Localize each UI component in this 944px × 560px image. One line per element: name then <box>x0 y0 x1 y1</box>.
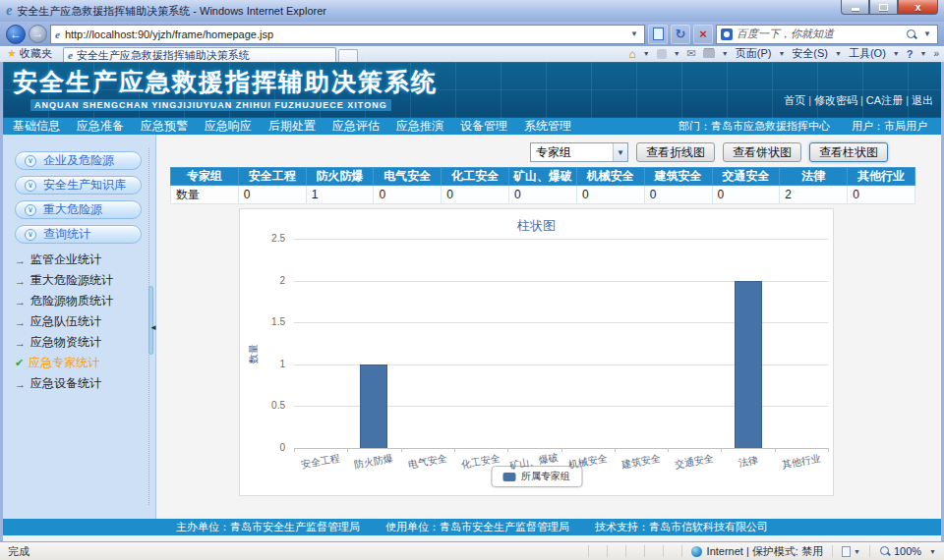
compatibility-view-button[interactable] <box>648 25 668 44</box>
bar-chart: 柱状图 数量 所属专家组 00.511.522.5安全工程防火防爆电气安全化工安… <box>239 208 834 496</box>
sidebar-item[interactable]: ✔应急专家统计 <box>3 353 155 373</box>
menu-item[interactable]: 基础信息 <box>13 118 60 135</box>
tools-menu-caret[interactable]: ▼ <box>893 50 900 57</box>
view-button[interactable]: 查看折线图 <box>636 142 715 162</box>
sidebar-group-label: 安全生产知识库 <box>43 177 126 194</box>
status-bar: 完成 Internet | 保护模式: 禁用 ▼ 100% ▼ <box>0 541 944 560</box>
feeds-dropdown-icon[interactable]: ▼ <box>674 50 680 57</box>
chart-controls: 专家组 ▼ 查看折线图查看饼状图查看柱状图 <box>156 135 941 162</box>
chart-title: 柱状图 <box>240 217 833 235</box>
footer-support: 技术支持：青岛市信软科技有限公司 <box>595 520 768 534</box>
zoom-dropdown-icon[interactable]: ▼ <box>929 548 936 555</box>
sidebar-group-button[interactable]: ∨查询统计 <box>15 225 142 244</box>
sidebar-scrollbar-thumb[interactable] <box>148 286 153 355</box>
menu-item[interactable]: 应急响应 <box>205 118 252 135</box>
expert-group-select[interactable]: 专家组 ▼ <box>530 142 628 162</box>
y-axis-tick-label: 1 <box>240 359 285 369</box>
tools-menu[interactable]: 工具(O) <box>849 46 886 61</box>
active-tab[interactable]: e 安全生产应急救援指挥辅助决策系统 <box>63 47 336 62</box>
overflow-chevron-icon[interactable]: » <box>933 48 939 59</box>
sidebar-group-button[interactable]: ∨安全生产知识库 <box>15 176 142 195</box>
refresh-button[interactable]: ↻ <box>671 25 690 44</box>
table-value-cell: 1 <box>306 186 374 204</box>
x-axis-category-label: 机械安全 <box>567 452 609 473</box>
chart-bar <box>735 281 762 448</box>
page-menu-caret[interactable]: ▼ <box>778 50 785 57</box>
x-axis-tick <box>668 448 669 452</box>
header-link-4[interactable]: 退出 <box>912 94 933 106</box>
title-bar: e 安全生产应急救援指挥辅助决策系统 - Windows Internet Ex… <box>0 0 944 22</box>
header-link-3[interactable]: CA注册 <box>866 94 903 106</box>
sidebar-item-label: 应急专家统计 <box>29 355 99 371</box>
header-link-2[interactable]: 修改密码 <box>814 94 857 106</box>
command-bar: ⌂▼ ▼ ✉ ▼ 页面(P)▼ 安全(S)▼ 工具(O)▼ ?▼ » <box>628 46 939 62</box>
page-menu[interactable]: 页面(P) <box>736 46 772 61</box>
header-link-1[interactable]: 首页 <box>784 94 805 106</box>
page-body: ∨企业及危险源∨安全生产知识库∨重大危险源∨查询统计 →监管企业统计→重大危险源… <box>3 135 941 519</box>
search-icon[interactable] <box>906 28 917 40</box>
sidebar-group-label: 企业及危险源 <box>43 152 114 169</box>
sidebar-group-button[interactable]: ∨企业及危险源 <box>15 151 142 170</box>
help-caret[interactable]: ▼ <box>920 50 927 57</box>
status-dropdown-icon[interactable]: ▼ <box>854 548 860 555</box>
link-separator: | <box>906 94 909 106</box>
minimize-button[interactable] <box>841 0 869 15</box>
chevron-down-icon: ∨ <box>25 180 36 192</box>
sidebar-item[interactable]: →应急物资统计 <box>3 332 155 353</box>
address-dropdown-icon[interactable]: ▼ <box>628 29 640 38</box>
x-axis-category-label: 电气安全 <box>407 452 448 473</box>
protected-mode-icon[interactable] <box>842 546 851 557</box>
close-button[interactable]: x <box>898 0 938 15</box>
print-icon[interactable] <box>703 49 715 58</box>
menu-item[interactable]: 设备管理 <box>460 118 507 135</box>
stop-button[interactable]: × <box>693 25 713 44</box>
search-box[interactable]: 百度一下，你就知道 ▼ <box>716 25 938 44</box>
sidebar-item[interactable]: →应急设备统计 <box>3 373 155 394</box>
arrow-right-icon: → <box>15 296 26 308</box>
safety-menu-caret[interactable]: ▼ <box>835 50 842 57</box>
footer-user: 使用单位：青岛市安全生产监督管理局 <box>385 520 569 534</box>
feeds-icon[interactable] <box>657 49 667 59</box>
chevron-down-icon: ∨ <box>25 204 36 216</box>
zoom-level[interactable]: 100% <box>894 545 921 557</box>
view-button[interactable]: 查看饼状图 <box>723 142 801 162</box>
maximize-button[interactable] <box>869 0 898 15</box>
tab-bar: ★ 收藏夹 e 安全生产应急救援指挥辅助决策系统 ⌂▼ ▼ ✉ ▼ 页面(P)▼… <box>0 46 944 62</box>
search-dropdown-icon[interactable]: ▼ <box>921 29 933 38</box>
safety-menu[interactable]: 安全(S) <box>792 46 828 61</box>
home-dropdown-icon[interactable]: ▼ <box>643 50 650 57</box>
address-field[interactable]: e http://localhost:90/yjzh/frame/homepag… <box>50 25 645 44</box>
menu-item[interactable]: 应急预警 <box>141 118 188 135</box>
y-axis-tick-label: 1.5 <box>240 316 285 327</box>
menu-item[interactable]: 应急评估 <box>332 118 380 135</box>
table-header-cell: 矿山、爆破 <box>509 168 577 186</box>
menu-item[interactable]: 系统管理 <box>524 118 571 135</box>
sidebar-item[interactable]: →监管企业统计 <box>3 250 155 270</box>
sidebar-item[interactable]: →重大危险源统计 <box>3 270 155 291</box>
sidebar-group-button[interactable]: ∨重大危险源 <box>15 200 142 219</box>
zoom-icon[interactable] <box>879 545 891 557</box>
sidebar-item[interactable]: →危险源物质统计 <box>3 291 155 311</box>
menu-item[interactable]: 后期处置 <box>268 118 316 135</box>
sidebar-item[interactable]: →应急队伍统计 <box>3 311 155 332</box>
zone-text: Internet | 保护模式: 禁用 <box>707 544 823 559</box>
main-menu-bar: 基础信息应急准备应急预警应急响应后期处置应急评估应急推演设备管理系统管理 部门：… <box>3 118 941 135</box>
arrow-right-icon: → <box>15 275 26 287</box>
favorites-button[interactable]: ★ 收藏夹 <box>5 46 57 62</box>
forward-button[interactable]: → <box>29 25 47 43</box>
view-button[interactable]: 查看柱状图 <box>809 142 888 162</box>
chart-gridline <box>294 239 828 240</box>
x-axis-tick <box>401 448 402 452</box>
print-dropdown-icon[interactable]: ▼ <box>722 50 729 57</box>
mail-icon[interactable]: ✉ <box>687 47 696 60</box>
browser-window: e 安全生产应急救援指挥辅助决策系统 - Windows Internet Ex… <box>0 0 944 560</box>
menu-item[interactable]: 应急准备 <box>77 118 124 135</box>
back-button[interactable]: ← <box>6 25 26 44</box>
view-buttons: 查看折线图查看饼状图查看柱状图 <box>636 142 888 162</box>
home-icon[interactable]: ⌂ <box>628 47 635 61</box>
sidebar-groups: ∨企业及危险源∨安全生产知识库∨重大危险源∨查询统计 <box>3 151 155 244</box>
help-icon[interactable]: ? <box>907 48 914 60</box>
new-tab-button[interactable] <box>338 49 358 62</box>
menu-item[interactable]: 应急推演 <box>396 118 443 135</box>
favorites-star-icon: ★ <box>7 47 17 60</box>
